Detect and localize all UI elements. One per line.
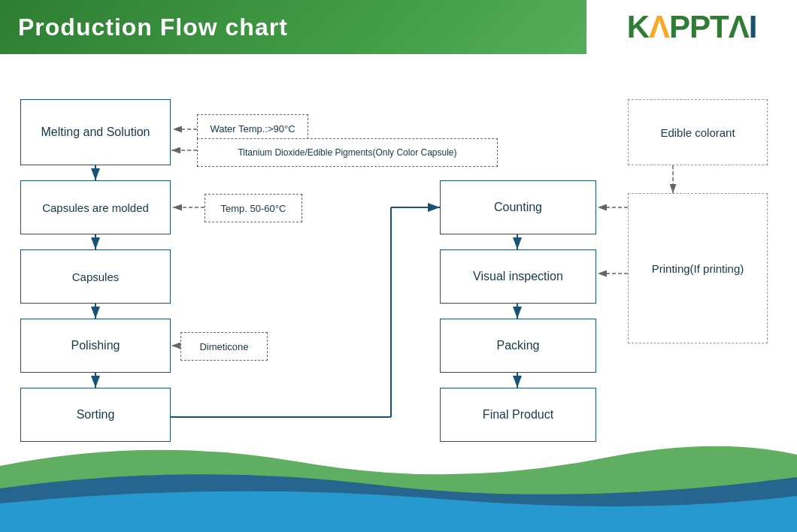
logo-area: KΛPPTΛI (586, 0, 797, 54)
temp-mold-box: Temp. 50-60°C (205, 194, 302, 222)
page-title: Production Flow chart (18, 14, 288, 41)
counting-box: Counting (440, 180, 596, 234)
main-content: Melting and Solution Capsules are molded… (0, 54, 797, 532)
melting-box: Melting and Solution (20, 99, 171, 165)
capsules-molded-box: Capsules are molded (20, 180, 171, 234)
printing-box: Printing(If printing) (628, 193, 768, 343)
capsules-box: Capsules (20, 249, 171, 304)
packing-box: Packing (440, 319, 596, 373)
logo: KΛPPTΛI (627, 9, 757, 45)
edible-colorant-box: Edible colorant (628, 99, 768, 165)
bottom-decoration (0, 421, 797, 532)
titanium-box: Titanium Dioxide/Edible Pigments(Only Co… (197, 138, 498, 167)
dimeticone-box: Dimeticone (180, 332, 268, 361)
polishing-box: Polishing (20, 319, 171, 373)
header: Production Flow chart KΛPPTΛI (0, 0, 797, 54)
visual-inspection-box: Visual inspection (440, 249, 596, 304)
